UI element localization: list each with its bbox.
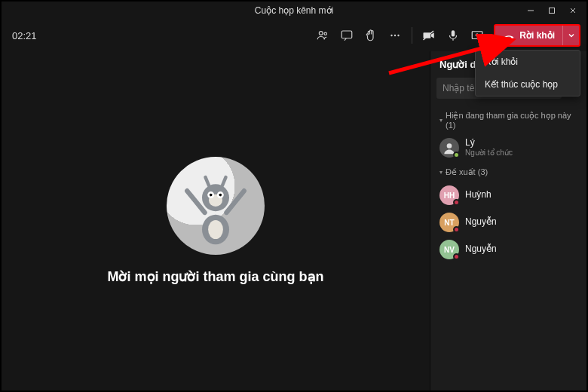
camera-button[interactable] bbox=[417, 23, 441, 47]
leave-dropdown-toggle[interactable] bbox=[562, 26, 579, 45]
svg-point-20 bbox=[219, 194, 222, 197]
participant-avatar bbox=[439, 138, 459, 158]
raise-hand-button[interactable] bbox=[359, 23, 383, 47]
meeting-body: Mời mọi người tham gia cùng bạn Người dự… bbox=[2, 51, 586, 390]
svg-rect-11 bbox=[452, 30, 455, 36]
meeting-toolbar: 02:21 bbox=[2, 20, 586, 51]
svg-point-5 bbox=[324, 32, 326, 35]
chat-button[interactable] bbox=[335, 23, 359, 47]
svg-point-14 bbox=[208, 220, 223, 239]
participant-row[interactable]: NVNguyễn bbox=[430, 236, 586, 263]
participant-info: LýNgười tổ chức bbox=[465, 138, 513, 157]
caret-down-icon: ▾ bbox=[439, 169, 443, 176]
participant-row[interactable]: HHHuỳnh bbox=[430, 182, 586, 209]
participants-panel: Người dự ▾ Hiện đang tham gia cuộc họp n… bbox=[430, 51, 586, 390]
svg-rect-6 bbox=[342, 31, 353, 38]
leave-button-label: Rời khỏi bbox=[519, 30, 555, 41]
mic-button[interactable] bbox=[441, 23, 465, 47]
svg-point-4 bbox=[320, 32, 323, 35]
presence-indicator bbox=[453, 226, 460, 233]
participant-name: Huỳnh bbox=[465, 190, 492, 201]
leave-dropdown-menu: Rời khỏi Kết thúc cuộc họp bbox=[475, 50, 580, 96]
participant-row[interactable]: LýNgười tổ chức bbox=[430, 134, 586, 161]
maximize-button[interactable] bbox=[541, 2, 562, 20]
svg-point-7 bbox=[391, 35, 393, 36]
section-in-meeting[interactable]: ▾ Hiện đang tham gia cuộc họp này (1) bbox=[430, 105, 586, 134]
svg-rect-1 bbox=[550, 8, 555, 14]
titlebar: Cuộc họp kênh mới bbox=[2, 2, 586, 20]
presence-indicator bbox=[453, 152, 460, 158]
presence-indicator bbox=[453, 199, 460, 206]
section-suggested-label: Đề xuất (3) bbox=[446, 167, 488, 177]
participant-avatar: NT bbox=[439, 213, 459, 232]
participant-name: Nguyễn bbox=[465, 244, 497, 255]
menu-item-leave[interactable]: Rời khỏi bbox=[476, 51, 580, 73]
presence-indicator bbox=[453, 253, 460, 260]
caret-down-icon: ▾ bbox=[439, 117, 443, 124]
menu-item-end-meeting[interactable]: Kết thúc cuộc họp bbox=[476, 73, 580, 96]
participant-info: Nguyễn bbox=[465, 244, 497, 255]
hangup-icon bbox=[503, 29, 515, 41]
main-avatar bbox=[167, 157, 265, 255]
window-controls bbox=[520, 2, 583, 20]
svg-point-9 bbox=[398, 35, 400, 36]
participant-name: Nguyễn bbox=[465, 217, 497, 228]
leave-button[interactable]: Rời khỏi bbox=[494, 24, 580, 47]
section-suggested[interactable]: ▾ Đề xuất (3) bbox=[430, 161, 586, 182]
participant-avatar: HH bbox=[439, 185, 459, 205]
participant-name: Lý bbox=[465, 138, 513, 149]
more-actions-button[interactable] bbox=[383, 23, 407, 47]
participant-info: Nguyễn bbox=[465, 217, 497, 228]
participant-avatar: NV bbox=[439, 240, 459, 259]
participant-info: Huỳnh bbox=[465, 190, 492, 201]
video-stage: Mời mọi người tham gia cùng bạn bbox=[2, 51, 430, 390]
cartoon-icon bbox=[182, 164, 250, 247]
meeting-timer: 02:21 bbox=[8, 30, 37, 41]
participants-button[interactable] bbox=[311, 23, 335, 47]
participant-row[interactable]: NTNguyễn bbox=[430, 209, 586, 236]
participant-role: Người tổ chức bbox=[465, 149, 513, 158]
app-window: Cuộc họp kênh mới 02:21 bbox=[2, 2, 586, 390]
chevron-down-icon bbox=[568, 32, 575, 39]
svg-point-19 bbox=[210, 194, 213, 197]
svg-point-8 bbox=[394, 35, 396, 36]
toolbar-divider bbox=[412, 27, 412, 44]
window-title: Cuộc họp kênh mới bbox=[255, 5, 333, 16]
close-button[interactable] bbox=[562, 2, 583, 20]
invite-message: Mời mọi người tham gia cùng bạn bbox=[108, 268, 324, 285]
leave-button-wrap: Rời khỏi Rời khỏi Kết thúc cuộc họp bbox=[494, 24, 580, 47]
leave-button-main[interactable]: Rời khỏi bbox=[495, 26, 562, 45]
share-screen-button[interactable] bbox=[465, 23, 489, 47]
minimize-button[interactable] bbox=[520, 2, 541, 20]
section-in-meeting-label: Hiện đang tham gia cuộc họp này (1) bbox=[446, 111, 577, 130]
svg-point-24 bbox=[447, 143, 452, 149]
